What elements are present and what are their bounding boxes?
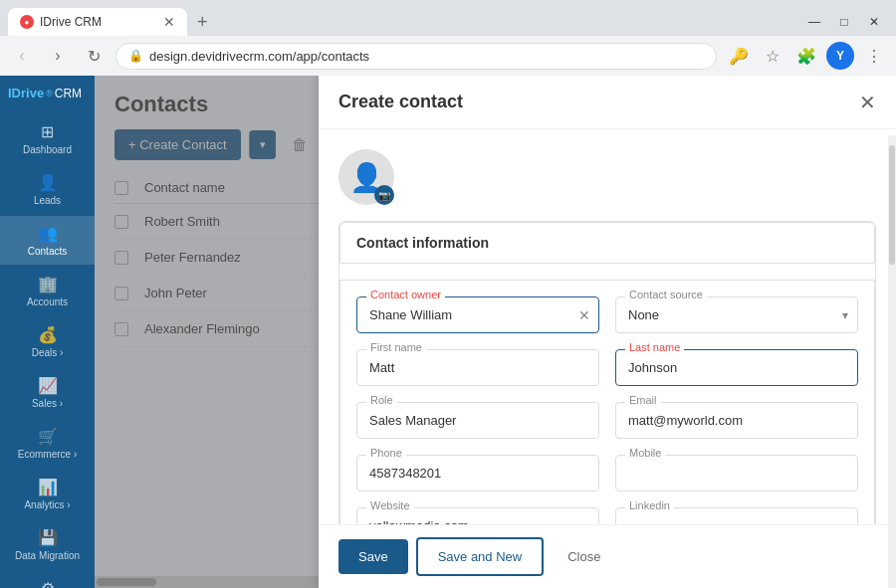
- form-row-owner-source: Contact owner ✕ Contact source: [356, 296, 858, 333]
- contact-source-select-wrapper: None ▾: [615, 296, 858, 333]
- dialog-scrollbar-thumb[interactable]: [889, 145, 895, 265]
- last-name-input[interactable]: [615, 349, 858, 386]
- avatar-section: 👤 📷: [338, 149, 876, 205]
- sidebar-item-ecommerce[interactable]: 🛒 Ecommerce ›: [0, 419, 95, 468]
- email-group: Email: [615, 402, 858, 439]
- contact-info-section: Contact information Contact owner ✕: [338, 221, 876, 524]
- reload-button[interactable]: ↻: [80, 42, 108, 70]
- sidebar-item-dashboard[interactable]: ⊞ Dashboard: [0, 114, 95, 163]
- sidebar-item-settings[interactable]: ⚙ Settings ›: [0, 571, 95, 588]
- sidebar-item-label: Sales ›: [32, 398, 63, 409]
- tab-favicon: ●: [20, 15, 34, 29]
- address-bar[interactable]: 🔒 design.devidrivecrm.com/app/contacts: [115, 43, 717, 70]
- first-name-input[interactable]: [356, 349, 599, 386]
- new-tab-button[interactable]: +: [191, 10, 214, 35]
- contact-owner-group: Contact owner ✕: [356, 296, 599, 333]
- form-row-website-linkedin: Website Linkedin: [356, 507, 858, 524]
- form-row-phone-mobile: Phone Mobile: [356, 455, 858, 491]
- close-button[interactable]: Close: [552, 539, 616, 574]
- sidebar-item-contacts[interactable]: 👥 Contacts: [0, 216, 95, 265]
- sidebar-item-leads[interactable]: 👤 Leads: [0, 165, 95, 214]
- website-group: Website: [356, 507, 599, 524]
- maximize-button[interactable]: □: [830, 8, 858, 36]
- linkedin-label: Linkedin: [625, 499, 674, 511]
- save-button[interactable]: Save: [338, 539, 408, 574]
- contact-owner-label: Contact owner: [366, 289, 445, 300]
- sidebar-item-label: Ecommerce ›: [18, 449, 77, 460]
- minimize-button[interactable]: —: [800, 8, 828, 36]
- first-name-group: First name: [356, 349, 599, 386]
- save-and-new-button[interactable]: Save and New: [416, 537, 545, 576]
- email-input[interactable]: [615, 402, 858, 439]
- leads-icon: 👤: [38, 173, 58, 192]
- contact-source-select[interactable]: None: [615, 296, 858, 333]
- browser-tab[interactable]: ● IDrive CRM ✕: [8, 8, 187, 36]
- dialog-title: Create contact: [338, 92, 463, 112]
- first-name-label: First name: [366, 341, 426, 353]
- menu-button[interactable]: ⋮: [860, 42, 888, 70]
- phone-input[interactable]: [356, 455, 599, 491]
- role-group: Role: [356, 402, 599, 439]
- contacts-icon: 👥: [38, 224, 58, 243]
- form-section: Contact owner ✕ Contact source: [339, 280, 875, 524]
- logo-area: IDrive ® CRM: [0, 76, 95, 110]
- email-label: Email: [625, 394, 661, 406]
- linkedin-group: Linkedin: [615, 507, 858, 524]
- dashboard-icon: ⊞: [41, 122, 54, 141]
- logo-idrive: IDrive: [8, 86, 44, 100]
- form-row-role-email: Role Email: [356, 402, 858, 439]
- sidebar-item-accounts[interactable]: 🏢 Accounts: [0, 267, 95, 315]
- settings-icon: ⚙: [41, 579, 55, 588]
- sidebar-item-sales[interactable]: 📈 Sales ›: [0, 368, 95, 417]
- phone-label: Phone: [366, 447, 406, 459]
- tab-title: IDrive CRM: [40, 15, 157, 29]
- sidebar-item-label: Dashboard: [23, 144, 72, 155]
- deals-icon: 💰: [38, 325, 58, 344]
- extension-button[interactable]: 🧩: [792, 42, 820, 70]
- bookmark-button[interactable]: ☆: [759, 42, 786, 70]
- sidebar-item-label: Data Migration: [15, 550, 80, 561]
- nav-items: ⊞ Dashboard 👤 Leads 👥 Contacts 🏢 Account…: [0, 110, 95, 588]
- dialog-footer: Save Save and New Close: [319, 524, 896, 588]
- dialog-close-button[interactable]: ✕: [859, 93, 876, 112]
- sidebar-item-deals[interactable]: 💰 Deals ›: [0, 317, 95, 366]
- avatar-camera-icon[interactable]: 📷: [374, 185, 394, 205]
- url-text: design.devidrivecrm.com/app/contacts: [149, 49, 704, 64]
- sales-icon: 📈: [38, 376, 58, 395]
- password-icon[interactable]: 🔑: [725, 42, 753, 70]
- sidebar-item-label: Analytics ›: [24, 499, 70, 510]
- contact-source-label: Contact source: [625, 289, 707, 300]
- mobile-group: Mobile: [615, 455, 858, 491]
- browser-chrome: ● IDrive CRM ✕ + — □ ✕ ‹ › ↻ 🔒 design.de…: [0, 0, 896, 76]
- sidebar-item-label: Deals ›: [32, 347, 64, 358]
- form-row-name: First name Last name: [356, 349, 858, 386]
- contact-owner-input-wrapper[interactable]: ✕: [356, 296, 599, 333]
- tab-close-icon[interactable]: ✕: [163, 14, 175, 30]
- contact-owner-input[interactable]: [365, 299, 578, 330]
- sidebar-item-data-migration[interactable]: 💾 Data Migration: [0, 520, 95, 569]
- phone-group: Phone: [356, 455, 599, 491]
- role-input[interactable]: [356, 402, 599, 439]
- window-close-button[interactable]: ✕: [860, 8, 888, 36]
- ecommerce-icon: 🛒: [38, 427, 58, 446]
- accounts-icon: 🏢: [38, 275, 58, 294]
- back-button[interactable]: ‹: [8, 42, 36, 70]
- analytics-icon: 📊: [38, 478, 58, 496]
- last-name-label: Last name: [625, 341, 684, 353]
- profile-avatar[interactable]: Y: [826, 42, 854, 70]
- sidebar-item-label: Leads: [34, 195, 61, 206]
- sidebar-item-analytics[interactable]: 📊 Analytics ›: [0, 470, 95, 518]
- sidebar-item-label: Contacts: [28, 246, 67, 257]
- mobile-input[interactable]: [615, 455, 858, 491]
- sidebar-item-label: Accounts: [27, 296, 68, 307]
- lock-icon: 🔒: [128, 49, 143, 63]
- dialog-header: Create contact ✕: [319, 76, 896, 129]
- dialog-vertical-scrollbar[interactable]: [888, 135, 896, 588]
- contact-owner-clear-button[interactable]: ✕: [578, 307, 590, 323]
- sidebar: IDrive ® CRM ⊞ Dashboard 👤 Leads 👥 Conta…: [0, 76, 95, 588]
- contact-avatar: 👤 📷: [338, 149, 394, 205]
- forward-button[interactable]: ›: [44, 42, 72, 70]
- contact-source-group: Contact source None ▾: [615, 296, 858, 333]
- data-migration-icon: 💾: [38, 528, 58, 547]
- last-name-group: Last name: [615, 349, 858, 386]
